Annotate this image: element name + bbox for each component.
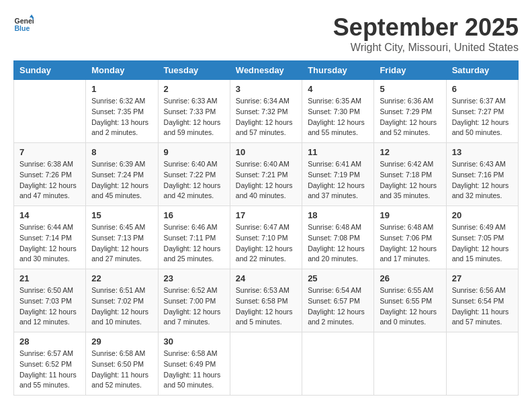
day-info: Sunrise: 6:39 AM Sunset: 7:24 PM Dayligh… <box>91 159 152 201</box>
day-info: Sunrise: 6:50 AM Sunset: 7:03 PM Dayligh… <box>19 285 80 328</box>
day-info: Sunrise: 6:33 AM Sunset: 7:33 PM Dayligh… <box>164 96 224 138</box>
table-row: 11Sunrise: 6:41 AM Sunset: 7:19 PM Dayli… <box>302 143 374 206</box>
table-row: 20Sunrise: 6:49 AM Sunset: 7:05 PM Dayli… <box>446 206 518 269</box>
day-number: 1 <box>91 84 152 94</box>
day-number: 13 <box>452 147 513 157</box>
table-row: 29Sunrise: 6:58 AM Sunset: 6:50 PM Dayli… <box>86 332 158 396</box>
header-thursday: Thursday <box>302 61 374 80</box>
table-row: 7Sunrise: 6:38 AM Sunset: 7:26 PM Daylig… <box>14 143 86 206</box>
table-row: 30Sunrise: 6:58 AM Sunset: 6:49 PM Dayli… <box>158 332 230 396</box>
day-number: 18 <box>308 210 368 220</box>
day-number: 30 <box>164 336 224 347</box>
table-row <box>302 332 374 396</box>
day-info: Sunrise: 6:37 AM Sunset: 7:27 PM Dayligh… <box>452 96 513 138</box>
header-monday: Monday <box>86 61 158 80</box>
logo: General Blue <box>13 13 34 34</box>
day-info: Sunrise: 6:58 AM Sunset: 6:50 PM Dayligh… <box>91 349 152 391</box>
table-row: 6Sunrise: 6:37 AM Sunset: 7:27 PM Daylig… <box>446 80 518 143</box>
calendar-table: Sunday Monday Tuesday Wednesday Thursday… <box>13 60 519 396</box>
table-row: 14Sunrise: 6:44 AM Sunset: 7:14 PM Dayli… <box>14 206 86 269</box>
table-row: 15Sunrise: 6:45 AM Sunset: 7:13 PM Dayli… <box>86 206 158 269</box>
day-number: 26 <box>380 273 440 283</box>
day-info: Sunrise: 6:38 AM Sunset: 7:26 PM Dayligh… <box>19 159 80 201</box>
calendar-week-row: 21Sunrise: 6:50 AM Sunset: 7:03 PM Dayli… <box>14 269 519 332</box>
day-number: 10 <box>236 147 296 157</box>
day-number: 7 <box>19 147 80 157</box>
header-friday: Friday <box>374 61 446 80</box>
title-block: September 2025 Wright City, Missouri, Un… <box>333 13 519 54</box>
table-row: 5Sunrise: 6:36 AM Sunset: 7:29 PM Daylig… <box>374 80 446 143</box>
table-row: 24Sunrise: 6:53 AM Sunset: 6:58 PM Dayli… <box>230 269 302 332</box>
day-number: 5 <box>380 84 440 94</box>
day-number: 22 <box>91 273 152 283</box>
header-saturday: Saturday <box>446 61 518 80</box>
day-number: 16 <box>164 210 224 220</box>
table-row: 16Sunrise: 6:46 AM Sunset: 7:11 PM Dayli… <box>158 206 230 269</box>
table-row: 1Sunrise: 6:32 AM Sunset: 7:35 PM Daylig… <box>86 80 158 143</box>
table-row: 21Sunrise: 6:50 AM Sunset: 7:03 PM Dayli… <box>14 269 86 332</box>
day-info: Sunrise: 6:56 AM Sunset: 6:54 PM Dayligh… <box>452 285 513 328</box>
svg-text:Blue: Blue <box>15 24 30 32</box>
day-info: Sunrise: 6:40 AM Sunset: 7:21 PM Dayligh… <box>236 159 296 201</box>
day-info: Sunrise: 6:43 AM Sunset: 7:16 PM Dayligh… <box>452 159 513 201</box>
table-row: 27Sunrise: 6:56 AM Sunset: 6:54 PM Dayli… <box>446 269 518 332</box>
table-row: 8Sunrise: 6:39 AM Sunset: 7:24 PM Daylig… <box>86 143 158 206</box>
svg-marker-2 <box>30 15 34 18</box>
day-info: Sunrise: 6:48 AM Sunset: 7:06 PM Dayligh… <box>380 222 440 265</box>
calendar-week-row: 1Sunrise: 6:32 AM Sunset: 7:35 PM Daylig… <box>14 80 519 143</box>
day-number: 28 <box>19 336 80 347</box>
table-row: 23Sunrise: 6:52 AM Sunset: 7:00 PM Dayli… <box>158 269 230 332</box>
header-tuesday: Tuesday <box>158 61 230 80</box>
day-info: Sunrise: 6:42 AM Sunset: 7:18 PM Dayligh… <box>380 159 440 201</box>
day-info: Sunrise: 6:47 AM Sunset: 7:10 PM Dayligh… <box>236 222 296 265</box>
day-number: 25 <box>308 273 368 283</box>
day-info: Sunrise: 6:52 AM Sunset: 7:00 PM Dayligh… <box>164 285 224 328</box>
day-number: 6 <box>452 84 513 94</box>
calendar-week-row: 28Sunrise: 6:57 AM Sunset: 6:52 PM Dayli… <box>14 332 519 396</box>
table-row: 12Sunrise: 6:42 AM Sunset: 7:18 PM Dayli… <box>374 143 446 206</box>
day-number: 3 <box>236 84 296 94</box>
table-row: 18Sunrise: 6:48 AM Sunset: 7:08 PM Dayli… <box>302 206 374 269</box>
day-info: Sunrise: 6:49 AM Sunset: 7:05 PM Dayligh… <box>452 222 513 265</box>
day-number: 4 <box>308 84 368 94</box>
day-info: Sunrise: 6:32 AM Sunset: 7:35 PM Dayligh… <box>91 96 152 138</box>
table-row: 10Sunrise: 6:40 AM Sunset: 7:21 PM Dayli… <box>230 143 302 206</box>
day-info: Sunrise: 6:55 AM Sunset: 6:55 PM Dayligh… <box>380 285 440 328</box>
table-row: 13Sunrise: 6:43 AM Sunset: 7:16 PM Dayli… <box>446 143 518 206</box>
day-number: 20 <box>452 210 513 220</box>
header-sunday: Sunday <box>14 61 86 80</box>
table-row: 2Sunrise: 6:33 AM Sunset: 7:33 PM Daylig… <box>158 80 230 143</box>
day-number: 15 <box>91 210 152 220</box>
day-info: Sunrise: 6:45 AM Sunset: 7:13 PM Dayligh… <box>91 222 152 265</box>
page-header: General Blue September 2025 Wright City,… <box>13 13 519 54</box>
table-row: 26Sunrise: 6:55 AM Sunset: 6:55 PM Dayli… <box>374 269 446 332</box>
day-number: 2 <box>164 84 224 94</box>
day-info: Sunrise: 6:46 AM Sunset: 7:11 PM Dayligh… <box>164 222 224 265</box>
calendar-header-row: Sunday Monday Tuesday Wednesday Thursday… <box>14 61 519 80</box>
table-row: 17Sunrise: 6:47 AM Sunset: 7:10 PM Dayli… <box>230 206 302 269</box>
day-info: Sunrise: 6:36 AM Sunset: 7:29 PM Dayligh… <box>380 96 440 138</box>
table-row <box>14 80 86 143</box>
day-number: 17 <box>236 210 296 220</box>
day-number: 19 <box>380 210 440 220</box>
day-number: 9 <box>164 147 224 157</box>
day-info: Sunrise: 6:40 AM Sunset: 7:22 PM Dayligh… <box>164 159 224 201</box>
day-info: Sunrise: 6:44 AM Sunset: 7:14 PM Dayligh… <box>19 222 80 265</box>
calendar-week-row: 7Sunrise: 6:38 AM Sunset: 7:26 PM Daylig… <box>14 143 519 206</box>
table-row: 28Sunrise: 6:57 AM Sunset: 6:52 PM Dayli… <box>14 332 86 396</box>
day-info: Sunrise: 6:58 AM Sunset: 6:49 PM Dayligh… <box>164 349 224 391</box>
location-title: Wright City, Missouri, United States <box>333 42 519 54</box>
table-row <box>230 332 302 396</box>
table-row: 19Sunrise: 6:48 AM Sunset: 7:06 PM Dayli… <box>374 206 446 269</box>
day-number: 23 <box>164 273 224 283</box>
day-info: Sunrise: 6:51 AM Sunset: 7:02 PM Dayligh… <box>91 285 152 328</box>
day-info: Sunrise: 6:57 AM Sunset: 6:52 PM Dayligh… <box>19 349 80 391</box>
table-row: 3Sunrise: 6:34 AM Sunset: 7:32 PM Daylig… <box>230 80 302 143</box>
day-number: 11 <box>308 147 368 157</box>
day-info: Sunrise: 6:53 AM Sunset: 6:58 PM Dayligh… <box>236 285 296 328</box>
table-row <box>446 332 518 396</box>
day-number: 12 <box>380 147 440 157</box>
header-wednesday: Wednesday <box>230 61 302 80</box>
day-number: 21 <box>19 273 80 283</box>
day-info: Sunrise: 6:34 AM Sunset: 7:32 PM Dayligh… <box>236 96 296 138</box>
